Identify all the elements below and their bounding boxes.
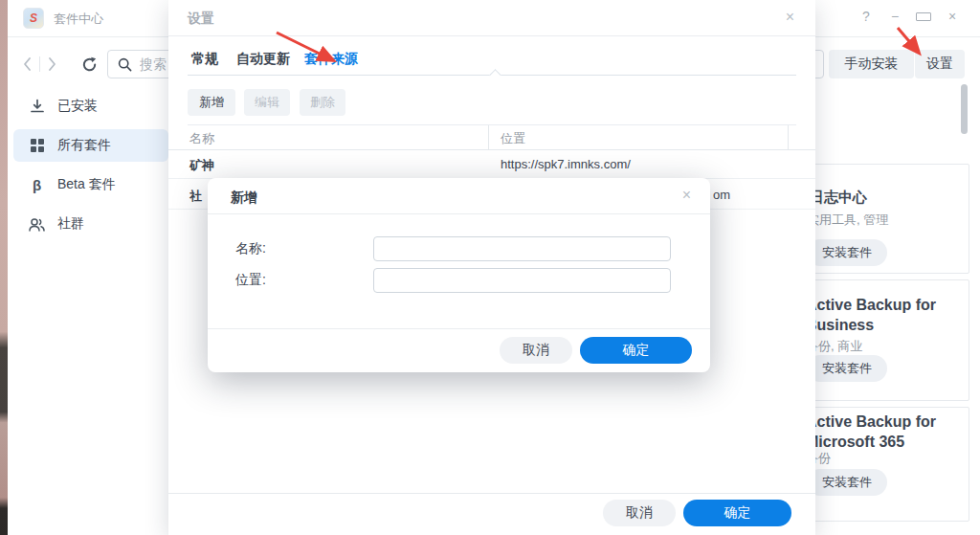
location-field-row: 位置: xyxy=(235,268,671,293)
add-source-dialog: 新增 × 名称: 位置: 取消 确定 xyxy=(208,178,710,372)
package-title: 日志中心 xyxy=(810,189,867,207)
refresh-button[interactable] xyxy=(76,51,102,78)
add-ok-button[interactable]: 确定 xyxy=(580,337,692,364)
settings-dialog-title: 设置 xyxy=(188,11,214,28)
delete-source-button[interactable]: 删除 xyxy=(300,89,345,116)
active-tab-caret xyxy=(489,69,501,81)
help-icon[interactable]: ? xyxy=(858,9,874,24)
package-title: Active Backup for Business xyxy=(806,295,970,335)
tab-auto-update[interactable]: 自动更新 xyxy=(236,51,290,68)
source-name-cell[interactable]: 矿神 xyxy=(189,157,214,174)
source-location-cell[interactable]: https://spk7.imnks.com/ xyxy=(501,157,631,171)
window-controls: ? − × xyxy=(858,9,960,24)
package-title: Active Backup for Microsoft 365 xyxy=(806,412,970,452)
tab-package-sources[interactable]: 套件来源 xyxy=(304,51,358,68)
column-header-location[interactable]: 位置 xyxy=(501,130,525,147)
settings-ok-button[interactable]: 确定 xyxy=(683,500,791,526)
settings-cancel-button[interactable]: 取消 xyxy=(603,500,676,526)
back-button[interactable] xyxy=(15,51,39,78)
install-package-button[interactable]: 安装套件 xyxy=(807,469,887,496)
sidebar-item-all-packages[interactable]: 所有套件 xyxy=(13,129,168,162)
sidebar-item-beta[interactable]: β Beta 套件 xyxy=(13,168,168,201)
chevron-left-icon xyxy=(25,58,30,70)
location-input[interactable] xyxy=(373,268,671,293)
source-name-cell[interactable]: 社 xyxy=(189,188,202,205)
sidebar-item-installed[interactable]: 已安装 xyxy=(13,90,168,123)
minimize-icon[interactable]: − xyxy=(887,9,902,24)
tab-general[interactable]: 常规 xyxy=(191,51,218,68)
package-center-icon: S xyxy=(23,8,44,29)
sidebar-item-community[interactable]: 社群 xyxy=(13,208,168,240)
close-icon[interactable]: × xyxy=(945,9,960,24)
sidebar-item-label: 社群 xyxy=(57,215,84,233)
table-border xyxy=(168,149,815,150)
manual-install-button[interactable]: 手动安装 xyxy=(829,50,914,78)
add-dialog-title: 新增 xyxy=(231,189,257,207)
location-field-label: 位置: xyxy=(235,272,373,289)
download-icon xyxy=(29,99,45,115)
chevron-right-icon xyxy=(50,58,55,70)
add-cancel-button[interactable]: 取消 xyxy=(500,337,572,364)
add-dialog-close-icon[interactable]: × xyxy=(682,188,691,203)
settings-button[interactable]: 设置 xyxy=(915,50,965,78)
column-divider[interactable] xyxy=(488,125,489,149)
divider xyxy=(208,328,710,329)
refresh-icon xyxy=(81,56,98,73)
sidebar-item-label: 已安装 xyxy=(57,98,98,115)
divider xyxy=(168,35,815,36)
sidebar-item-label: Beta 套件 xyxy=(57,176,116,193)
edit-source-button[interactable]: 编辑 xyxy=(244,89,290,116)
scrollbar-thumb[interactable] xyxy=(961,84,968,134)
forward-button[interactable] xyxy=(40,51,64,78)
beta-icon: β xyxy=(29,177,45,193)
column-divider[interactable] xyxy=(788,125,789,149)
name-input[interactable] xyxy=(373,236,671,261)
screen: S 套件中心 ? − × 手动安装 设置 已安装 xyxy=(0,0,980,535)
install-package-button[interactable]: 安装套件 xyxy=(807,239,887,266)
search-icon xyxy=(118,57,132,72)
column-header-name[interactable]: 名称 xyxy=(189,130,214,147)
package-tags: 实用工具, 管理 xyxy=(807,212,888,229)
settings-dialog-close-icon[interactable]: × xyxy=(786,10,794,25)
nav-buttons xyxy=(15,51,64,78)
sidebar-item-label: 所有套件 xyxy=(57,137,111,154)
community-icon xyxy=(29,216,45,233)
grid-icon xyxy=(29,138,45,154)
name-field-row: 名称: xyxy=(235,236,671,261)
install-package-button[interactable]: 安装套件 xyxy=(807,355,887,382)
divider xyxy=(168,493,815,494)
source-location-cell[interactable]: om xyxy=(713,188,730,202)
maximize-icon[interactable] xyxy=(916,9,931,24)
desktop-wallpaper-strip xyxy=(0,0,8,535)
divider xyxy=(208,213,710,214)
table-border xyxy=(188,124,796,125)
window-title: 套件中心 xyxy=(54,11,103,28)
add-source-button[interactable]: 新增 xyxy=(188,89,235,116)
name-field-label: 名称: xyxy=(235,240,373,257)
